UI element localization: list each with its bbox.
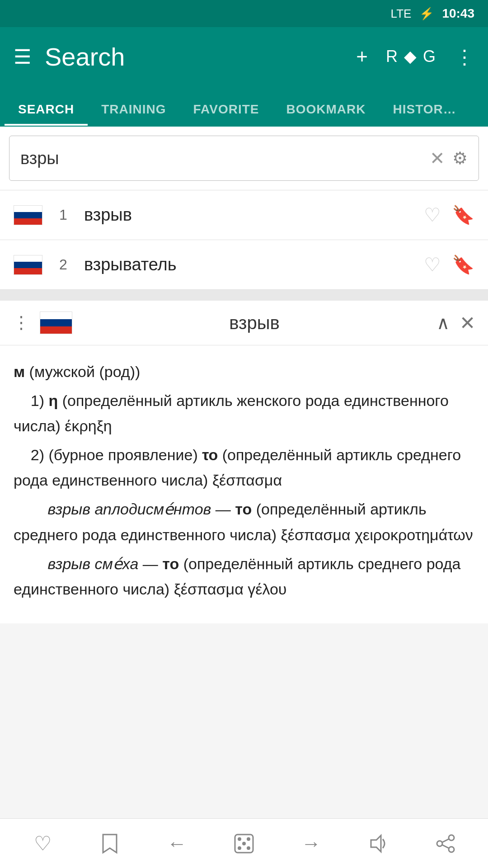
svg-point-4 [238,846,241,850]
more-icon[interactable]: ⋮ [455,45,474,68]
favorite-icon-1[interactable]: ♡ [424,204,441,226]
detail-flag [40,311,72,334]
forward-button[interactable]: → [284,826,338,862]
chevron-up-icon[interactable]: ∧ [436,312,450,333]
detail-panel: ⋮ взрыв ∧ ✕ м (мужской (род)) 1) η (опре… [0,301,488,623]
bottom-toolbar: ♡ ← → [0,818,488,868]
menu-icon[interactable]: ☰ [14,45,31,68]
favorite-button[interactable]: ♡ [15,826,70,862]
svg-point-5 [247,846,250,850]
flag-ru-1 [14,205,42,225]
app-bar: ☰ Search + R ◆ G ⋮ [0,27,488,86]
bookmark-icon-1[interactable]: 🔖 [452,204,474,226]
result-list: 1 взрыв ♡ 🔖 2 взрыватель ♡ 🔖 [0,190,488,290]
add-icon[interactable]: + [356,45,368,68]
def-example1: взрыв аплодисме́нтов — то (определённый … [14,496,474,547]
svg-point-3 [242,842,246,845]
svg-point-1 [238,837,241,841]
def-example2: взрыв сме́ха — то (определённый артикль … [14,551,474,602]
detail-header: ⋮ взрыв ∧ ✕ [0,301,488,345]
tab-history[interactable]: HISTOR… [380,95,470,126]
def-pos-label: (мужской (род)) [29,363,141,380]
tab-training[interactable]: TRAINING [88,95,179,126]
section-divider [0,290,488,301]
app-title: Search [45,42,343,71]
tabs-bar: SEARCH TRAINING FAVORITE BOOKMARK HISTOR… [0,86,488,127]
status-bar: LTE ⚡ 10:43 [0,0,488,27]
table-row[interactable]: 2 взрыватель ♡ 🔖 [0,240,488,290]
rdg-toggle[interactable]: R ◆ G [386,47,436,66]
def-pos: м [14,363,25,380]
dice-button[interactable] [217,826,271,862]
result-actions-2: ♡ 🔖 [424,254,474,276]
battery-icon: ⚡ [419,7,434,21]
back-button[interactable]: ← [150,826,204,862]
search-box: ✕ ⚙ [9,136,479,181]
search-box-container: ✕ ⚙ [0,127,488,190]
detail-menu-icon[interactable]: ⋮ [13,313,30,333]
result-number-1: 1 [53,207,73,223]
def-sense2: 2) (бурное проявление) το (определённый … [14,442,474,493]
settings-icon[interactable]: ⚙ [452,148,468,168]
bookmark-button[interactable] [83,826,137,862]
clock: 10:43 [442,6,474,21]
result-word-1: взрыв [84,205,413,225]
favorite-icon-2[interactable]: ♡ [424,254,441,276]
tab-bookmark[interactable]: BOOKMARK [273,95,380,126]
def-pos-line: м (мужской (род)) [14,359,474,384]
result-actions-1: ♡ 🔖 [424,204,474,226]
app-bar-actions: + R ◆ G ⋮ [356,45,474,68]
share-button[interactable] [418,826,473,862]
definition-content: м (мужской (род)) 1) η (определённый арт… [0,345,488,623]
svg-point-2 [247,837,250,841]
detail-close-icon[interactable]: ✕ [460,312,475,334]
svg-marker-6 [371,835,381,852]
bookmark-icon-2[interactable]: 🔖 [452,254,474,275]
svg-point-7 [449,835,454,840]
svg-line-11 [442,845,449,848]
tab-search[interactable]: SEARCH [5,95,88,126]
clear-icon[interactable]: ✕ [430,148,445,169]
lte-icon: LTE [391,7,412,21]
flag-ru-2 [14,255,42,275]
def-sense1: 1) η (определённый артикль женского рода… [14,388,474,439]
detail-word: взрыв [82,313,427,333]
tab-favorite[interactable]: FAVORITE [180,95,273,126]
result-word-2: взрыватель [84,255,413,274]
volume-button[interactable] [351,826,405,862]
table-row[interactable]: 1 взрыв ♡ 🔖 [0,190,488,240]
svg-point-8 [437,841,442,846]
svg-line-10 [442,839,449,842]
result-number-2: 2 [53,256,73,273]
search-input[interactable] [20,149,422,168]
svg-point-9 [449,847,454,852]
